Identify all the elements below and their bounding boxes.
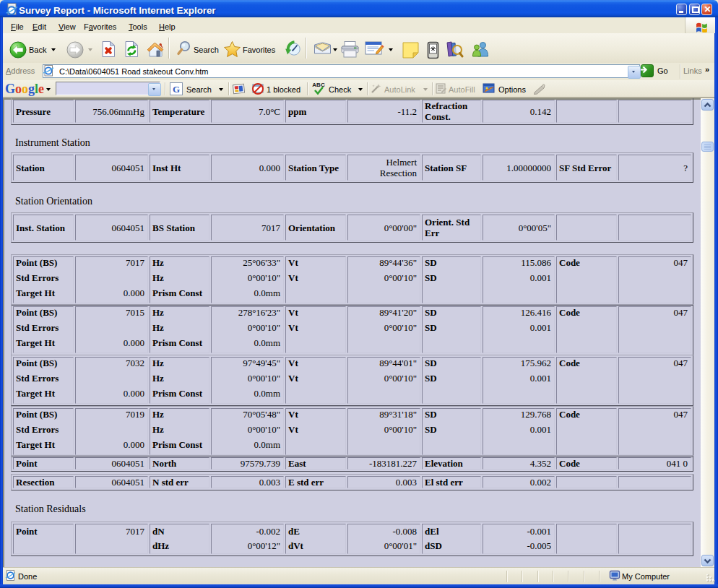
svg-text:ABC: ABC: [312, 82, 325, 88]
svg-text:G: G: [173, 84, 180, 95]
